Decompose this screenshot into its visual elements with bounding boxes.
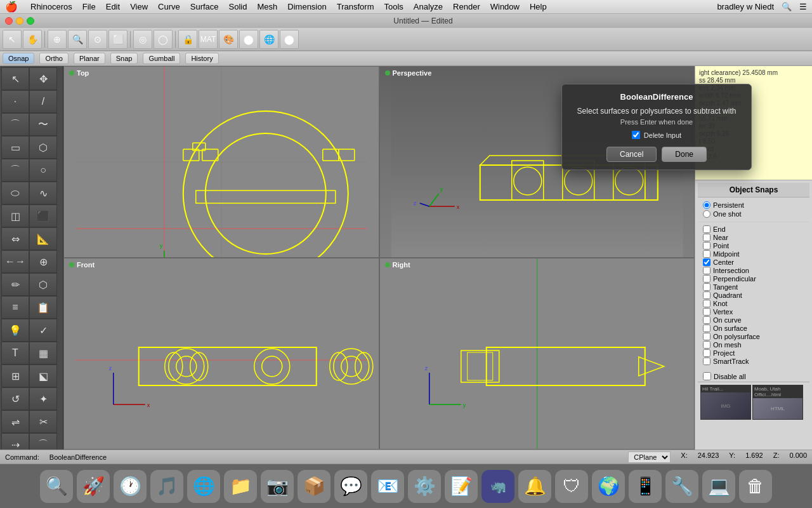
transform-tool[interactable]: ⇔ (1, 227, 29, 250)
dock-security[interactable]: 🛡 (555, 470, 588, 503)
cancel-button[interactable]: Cancel (606, 147, 657, 162)
dock-rhino[interactable]: 🦏 (481, 470, 514, 503)
extend-tool[interactable]: ⇢ (1, 433, 29, 450)
viewport-right[interactable]: Right z y (379, 258, 695, 450)
circle-tool[interactable]: ○ (29, 159, 57, 182)
dock-trash[interactable]: 🗑 (739, 470, 772, 503)
render-preview-tool[interactable]: ⬤ (239, 30, 258, 49)
dim-tool[interactable]: ←→ (1, 250, 29, 273)
rebuild-tool[interactable]: ↺ (1, 387, 29, 410)
menu-extra-icon[interactable]: ☰ (799, 2, 807, 11)
dock-photos[interactable]: 📷 (261, 470, 294, 503)
surface-tool[interactable]: ◫ (1, 204, 29, 227)
snap-project-checkbox[interactable] (703, 349, 710, 357)
menu-window[interactable]: Window (490, 2, 520, 11)
zoom-extents-tool[interactable]: ⊕ (48, 30, 67, 49)
snap-vertex-checkbox[interactable] (703, 308, 710, 316)
edit-tool[interactable]: ✏ (1, 273, 29, 296)
snap-tool[interactable]: ✓ (29, 319, 57, 342)
one-shot-radio[interactable] (703, 210, 710, 218)
menu-render[interactable]: Render (453, 2, 480, 11)
solid-tool[interactable]: ⬛ (29, 204, 57, 227)
menu-curve[interactable]: Curve (158, 2, 180, 11)
select-tool[interactable]: ↖ (3, 30, 22, 49)
thumbnail-1[interactable]: Hil Trail... IMG (700, 385, 751, 420)
thumbnail-2[interactable]: Moab, Utah Offici....html HTML (752, 385, 803, 420)
select-objects-tool[interactable]: ↖ (1, 67, 29, 90)
snap-on-surface-checkbox[interactable] (703, 324, 710, 332)
snap-on-mesh-checkbox[interactable] (703, 341, 710, 349)
menu-help[interactable]: Help (530, 2, 547, 11)
join-tool[interactable]: ⇌ (1, 410, 29, 433)
menu-mesh[interactable]: Mesh (258, 2, 278, 11)
dock-messages[interactable]: 💬 (334, 470, 367, 503)
boolean-tool[interactable]: ⊕ (29, 250, 57, 273)
disable-all-checkbox[interactable] (703, 372, 711, 380)
apple-menu[interactable]: 🍎 (5, 1, 18, 13)
snap-point-checkbox[interactable] (703, 242, 710, 250)
persistent-radio[interactable] (703, 201, 710, 209)
shading-tool[interactable]: 🌐 (259, 30, 278, 49)
cplane-select[interactable]: CPlane World (628, 451, 671, 463)
lock-tool[interactable]: 🔒 (178, 30, 197, 49)
block-tool[interactable]: ⊞ (1, 364, 29, 387)
snap-end-checkbox[interactable] (703, 225, 710, 233)
menu-view[interactable]: View (130, 2, 148, 11)
menu-analyze[interactable]: Analyze (414, 2, 443, 11)
close-button[interactable] (5, 17, 13, 25)
snap-quadrant-checkbox[interactable] (703, 291, 710, 299)
move-tool[interactable]: ✥ (29, 67, 57, 90)
arc-tool[interactable]: ⌒ (1, 159, 29, 182)
snap-intersection-checkbox[interactable] (703, 267, 710, 274)
snap-on-curve-checkbox[interactable] (703, 316, 710, 324)
snap-smarttrack-checkbox[interactable] (703, 358, 710, 365)
layer-tool[interactable]: ≡ (1, 296, 29, 319)
point-tool[interactable]: · (1, 90, 29, 113)
done-button[interactable]: Done (662, 147, 707, 162)
color-tool[interactable]: 🎨 (219, 30, 238, 49)
snap-tangent-checkbox[interactable] (703, 283, 710, 291)
snap-knot-checkbox[interactable] (703, 300, 710, 307)
analyze-tool[interactable]: 📐 (29, 227, 57, 250)
menu-solid[interactable]: Solid (229, 2, 247, 11)
render-tool[interactable]: 💡 (1, 319, 29, 342)
gumball-button[interactable]: Gumball (143, 53, 180, 64)
dock-notes[interactable]: 📝 (445, 470, 478, 503)
dock-tools[interactable]: 🔧 (665, 470, 698, 503)
dock-clock[interactable]: 🕐 (114, 470, 147, 503)
dock-notifications[interactable]: 🔔 (518, 470, 551, 503)
spline-tool[interactable]: ∿ (29, 182, 57, 204)
props-tool[interactable]: 📋 (29, 296, 57, 319)
polyline-tool[interactable]: ⌒ (1, 113, 29, 136)
maximize-button[interactable] (27, 17, 34, 25)
dock-launchpad[interactable]: 🚀 (77, 470, 110, 503)
snap-midpoint-checkbox[interactable] (703, 250, 710, 258)
hatch-tool[interactable]: ▦ (29, 342, 57, 364)
search-icon[interactable]: 🔍 (782, 2, 792, 11)
rotate-tool[interactable]: ◎ (133, 30, 152, 49)
menu-edit[interactable]: Edit (106, 2, 120, 11)
text-tool[interactable]: T (1, 342, 29, 364)
trim-tool[interactable]: ✂ (29, 410, 57, 433)
menu-file[interactable]: File (82, 2, 96, 11)
zoom-selected-tool[interactable]: ⬜ (108, 30, 128, 49)
viewport-top[interactable]: Top x y (63, 66, 379, 258)
cage-tool[interactable]: ⬕ (29, 364, 57, 387)
snap-near-checkbox[interactable] (703, 234, 710, 241)
history-button[interactable]: History (185, 53, 218, 64)
material-tool[interactable]: MAT (199, 30, 218, 49)
fillet-tool[interactable]: ⌒ (29, 433, 57, 450)
rectangle-tool[interactable]: ▭ (1, 136, 29, 159)
polygon-tool[interactable]: ⬡ (29, 136, 57, 159)
explode-tool[interactable]: ✦ (29, 387, 57, 410)
menu-rhinoceros[interactable]: Rhinoceros (30, 2, 72, 11)
minimize-button[interactable] (16, 17, 23, 25)
viewport-front[interactable]: Front (63, 258, 379, 450)
dock-mail[interactable]: 📧 (371, 470, 404, 503)
freeform-tool[interactable]: 〜 (29, 113, 57, 136)
delete-input-checkbox[interactable] (632, 131, 640, 139)
dock-computer[interactable]: 💻 (702, 470, 735, 503)
menu-surface[interactable]: Surface (190, 2, 219, 11)
mesh-tool[interactable]: ⬡ (29, 273, 57, 296)
viewport-tool[interactable]: ⬤ (280, 30, 299, 49)
